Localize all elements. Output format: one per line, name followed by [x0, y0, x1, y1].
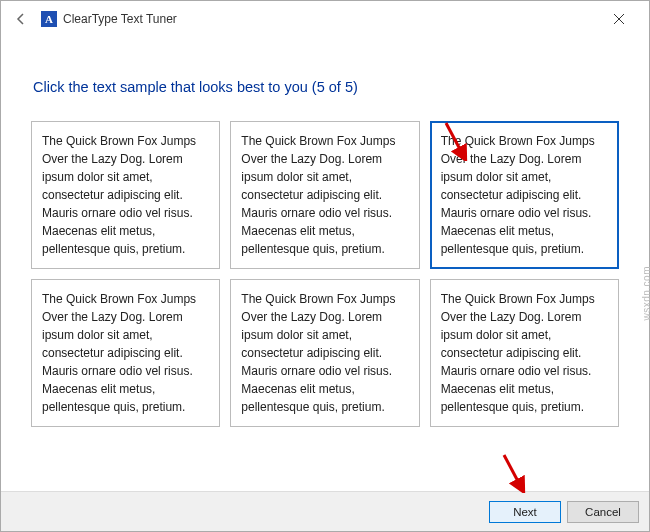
- text-sample-2[interactable]: The Quick Brown Fox Jumps Over the Lazy …: [230, 121, 419, 269]
- watermark: wsxdn.com: [642, 266, 651, 321]
- text-sample-3[interactable]: The Quick Brown Fox Jumps Over the Lazy …: [430, 121, 619, 269]
- titlebar: A ClearType Text Tuner: [1, 1, 649, 37]
- text-sample-5[interactable]: The Quick Brown Fox Jumps Over the Lazy …: [230, 279, 419, 427]
- back-button[interactable]: [9, 7, 33, 31]
- text-sample-4[interactable]: The Quick Brown Fox Jumps Over the Lazy …: [31, 279, 220, 427]
- sample-grid: The Quick Brown Fox Jumps Over the Lazy …: [31, 121, 619, 427]
- cancel-button[interactable]: Cancel: [567, 501, 639, 523]
- text-sample-6[interactable]: The Quick Brown Fox Jumps Over the Lazy …: [430, 279, 619, 427]
- app-icon: A: [41, 11, 57, 27]
- content-area: Click the text sample that looks best to…: [1, 37, 649, 427]
- arrow-annotation-bottom: [499, 453, 529, 493]
- close-button[interactable]: [599, 7, 639, 31]
- footer: Next Cancel: [1, 491, 649, 531]
- text-sample-1[interactable]: The Quick Brown Fox Jumps Over the Lazy …: [31, 121, 220, 269]
- instruction-text: Click the text sample that looks best to…: [33, 79, 619, 95]
- cleartype-tuner-window: A ClearType Text Tuner Click the text sa…: [0, 0, 650, 532]
- next-button[interactable]: Next: [489, 501, 561, 523]
- app-title: ClearType Text Tuner: [63, 12, 177, 26]
